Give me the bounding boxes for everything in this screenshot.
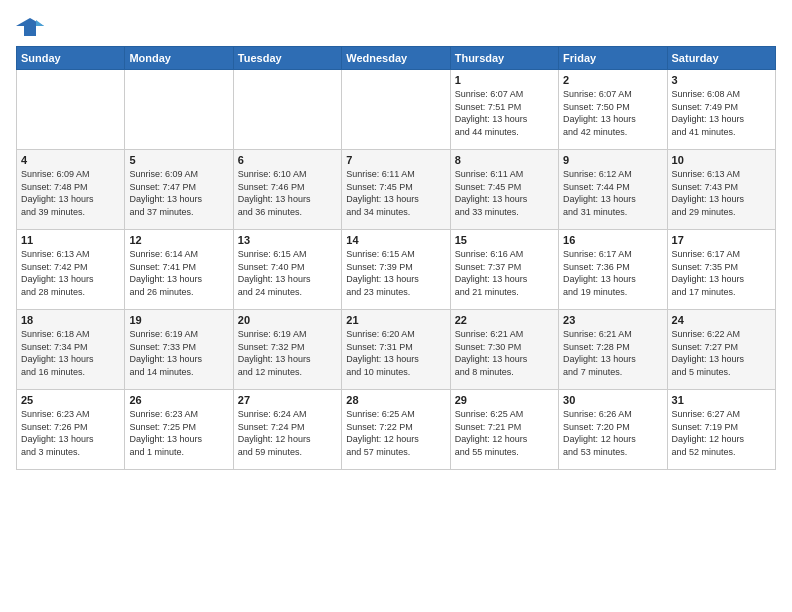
calendar-cell: 1Sunrise: 6:07 AM Sunset: 7:51 PM Daylig… bbox=[450, 70, 558, 150]
day-info: Sunrise: 6:12 AM Sunset: 7:44 PM Dayligh… bbox=[563, 168, 662, 218]
day-number: 31 bbox=[672, 394, 771, 406]
calendar-cell: 4Sunrise: 6:09 AM Sunset: 7:48 PM Daylig… bbox=[17, 150, 125, 230]
day-number: 2 bbox=[563, 74, 662, 86]
day-info: Sunrise: 6:07 AM Sunset: 7:50 PM Dayligh… bbox=[563, 88, 662, 138]
day-number: 24 bbox=[672, 314, 771, 326]
day-info: Sunrise: 6:16 AM Sunset: 7:37 PM Dayligh… bbox=[455, 248, 554, 298]
day-number: 17 bbox=[672, 234, 771, 246]
day-info: Sunrise: 6:21 AM Sunset: 7:28 PM Dayligh… bbox=[563, 328, 662, 378]
day-number: 13 bbox=[238, 234, 337, 246]
day-info: Sunrise: 6:23 AM Sunset: 7:25 PM Dayligh… bbox=[129, 408, 228, 458]
calendar-cell: 14Sunrise: 6:15 AM Sunset: 7:39 PM Dayli… bbox=[342, 230, 450, 310]
day-number: 6 bbox=[238, 154, 337, 166]
day-number: 26 bbox=[129, 394, 228, 406]
day-number: 9 bbox=[563, 154, 662, 166]
day-info: Sunrise: 6:21 AM Sunset: 7:30 PM Dayligh… bbox=[455, 328, 554, 378]
day-number: 8 bbox=[455, 154, 554, 166]
day-number: 1 bbox=[455, 74, 554, 86]
day-info: Sunrise: 6:20 AM Sunset: 7:31 PM Dayligh… bbox=[346, 328, 445, 378]
day-info: Sunrise: 6:17 AM Sunset: 7:35 PM Dayligh… bbox=[672, 248, 771, 298]
page-header bbox=[16, 16, 776, 38]
day-header-thursday: Thursday bbox=[450, 47, 558, 70]
day-info: Sunrise: 6:13 AM Sunset: 7:43 PM Dayligh… bbox=[672, 168, 771, 218]
day-info: Sunrise: 6:10 AM Sunset: 7:46 PM Dayligh… bbox=[238, 168, 337, 218]
day-header-friday: Friday bbox=[559, 47, 667, 70]
calendar-cell: 11Sunrise: 6:13 AM Sunset: 7:42 PM Dayli… bbox=[17, 230, 125, 310]
calendar-week-5: 25Sunrise: 6:23 AM Sunset: 7:26 PM Dayli… bbox=[17, 390, 776, 470]
day-info: Sunrise: 6:27 AM Sunset: 7:19 PM Dayligh… bbox=[672, 408, 771, 458]
calendar-table: SundayMondayTuesdayWednesdayThursdayFrid… bbox=[16, 46, 776, 470]
day-info: Sunrise: 6:25 AM Sunset: 7:21 PM Dayligh… bbox=[455, 408, 554, 458]
day-info: Sunrise: 6:11 AM Sunset: 7:45 PM Dayligh… bbox=[346, 168, 445, 218]
day-info: Sunrise: 6:13 AM Sunset: 7:42 PM Dayligh… bbox=[21, 248, 120, 298]
calendar-cell: 22Sunrise: 6:21 AM Sunset: 7:30 PM Dayli… bbox=[450, 310, 558, 390]
calendar-cell: 2Sunrise: 6:07 AM Sunset: 7:50 PM Daylig… bbox=[559, 70, 667, 150]
calendar-week-3: 11Sunrise: 6:13 AM Sunset: 7:42 PM Dayli… bbox=[17, 230, 776, 310]
calendar-cell: 31Sunrise: 6:27 AM Sunset: 7:19 PM Dayli… bbox=[667, 390, 775, 470]
calendar-cell: 27Sunrise: 6:24 AM Sunset: 7:24 PM Dayli… bbox=[233, 390, 341, 470]
calendar-cell: 19Sunrise: 6:19 AM Sunset: 7:33 PM Dayli… bbox=[125, 310, 233, 390]
day-number: 16 bbox=[563, 234, 662, 246]
logo-icon bbox=[16, 16, 44, 38]
calendar-cell bbox=[342, 70, 450, 150]
day-number: 20 bbox=[238, 314, 337, 326]
day-info: Sunrise: 6:19 AM Sunset: 7:33 PM Dayligh… bbox=[129, 328, 228, 378]
calendar-cell: 29Sunrise: 6:25 AM Sunset: 7:21 PM Dayli… bbox=[450, 390, 558, 470]
calendar-cell: 24Sunrise: 6:22 AM Sunset: 7:27 PM Dayli… bbox=[667, 310, 775, 390]
day-info: Sunrise: 6:23 AM Sunset: 7:26 PM Dayligh… bbox=[21, 408, 120, 458]
calendar-cell: 12Sunrise: 6:14 AM Sunset: 7:41 PM Dayli… bbox=[125, 230, 233, 310]
calendar-cell: 8Sunrise: 6:11 AM Sunset: 7:45 PM Daylig… bbox=[450, 150, 558, 230]
day-number: 23 bbox=[563, 314, 662, 326]
day-number: 14 bbox=[346, 234, 445, 246]
calendar-week-2: 4Sunrise: 6:09 AM Sunset: 7:48 PM Daylig… bbox=[17, 150, 776, 230]
day-header-tuesday: Tuesday bbox=[233, 47, 341, 70]
calendar-cell: 18Sunrise: 6:18 AM Sunset: 7:34 PM Dayli… bbox=[17, 310, 125, 390]
day-info: Sunrise: 6:19 AM Sunset: 7:32 PM Dayligh… bbox=[238, 328, 337, 378]
day-number: 27 bbox=[238, 394, 337, 406]
day-info: Sunrise: 6:09 AM Sunset: 7:47 PM Dayligh… bbox=[129, 168, 228, 218]
calendar-cell: 7Sunrise: 6:11 AM Sunset: 7:45 PM Daylig… bbox=[342, 150, 450, 230]
day-header-monday: Monday bbox=[125, 47, 233, 70]
calendar-cell: 15Sunrise: 6:16 AM Sunset: 7:37 PM Dayli… bbox=[450, 230, 558, 310]
svg-marker-0 bbox=[16, 18, 44, 36]
day-number: 5 bbox=[129, 154, 228, 166]
calendar-cell: 9Sunrise: 6:12 AM Sunset: 7:44 PM Daylig… bbox=[559, 150, 667, 230]
day-number: 10 bbox=[672, 154, 771, 166]
calendar-cell: 20Sunrise: 6:19 AM Sunset: 7:32 PM Dayli… bbox=[233, 310, 341, 390]
day-number: 7 bbox=[346, 154, 445, 166]
calendar-cell: 26Sunrise: 6:23 AM Sunset: 7:25 PM Dayli… bbox=[125, 390, 233, 470]
calendar-cell: 17Sunrise: 6:17 AM Sunset: 7:35 PM Dayli… bbox=[667, 230, 775, 310]
calendar-cell bbox=[233, 70, 341, 150]
logo bbox=[16, 16, 48, 38]
calendar-cell: 30Sunrise: 6:26 AM Sunset: 7:20 PM Dayli… bbox=[559, 390, 667, 470]
day-number: 18 bbox=[21, 314, 120, 326]
calendar-cell: 28Sunrise: 6:25 AM Sunset: 7:22 PM Dayli… bbox=[342, 390, 450, 470]
calendar-cell: 16Sunrise: 6:17 AM Sunset: 7:36 PM Dayli… bbox=[559, 230, 667, 310]
calendar-cell: 23Sunrise: 6:21 AM Sunset: 7:28 PM Dayli… bbox=[559, 310, 667, 390]
day-header-wednesday: Wednesday bbox=[342, 47, 450, 70]
day-header-sunday: Sunday bbox=[17, 47, 125, 70]
day-number: 3 bbox=[672, 74, 771, 86]
calendar-cell bbox=[17, 70, 125, 150]
day-info: Sunrise: 6:08 AM Sunset: 7:49 PM Dayligh… bbox=[672, 88, 771, 138]
calendar-cell: 13Sunrise: 6:15 AM Sunset: 7:40 PM Dayli… bbox=[233, 230, 341, 310]
calendar-cell bbox=[125, 70, 233, 150]
calendar-cell: 21Sunrise: 6:20 AM Sunset: 7:31 PM Dayli… bbox=[342, 310, 450, 390]
calendar-cell: 25Sunrise: 6:23 AM Sunset: 7:26 PM Dayli… bbox=[17, 390, 125, 470]
day-info: Sunrise: 6:17 AM Sunset: 7:36 PM Dayligh… bbox=[563, 248, 662, 298]
calendar-week-4: 18Sunrise: 6:18 AM Sunset: 7:34 PM Dayli… bbox=[17, 310, 776, 390]
day-info: Sunrise: 6:22 AM Sunset: 7:27 PM Dayligh… bbox=[672, 328, 771, 378]
day-number: 4 bbox=[21, 154, 120, 166]
day-number: 30 bbox=[563, 394, 662, 406]
day-info: Sunrise: 6:15 AM Sunset: 7:39 PM Dayligh… bbox=[346, 248, 445, 298]
calendar-cell: 6Sunrise: 6:10 AM Sunset: 7:46 PM Daylig… bbox=[233, 150, 341, 230]
calendar-cell: 10Sunrise: 6:13 AM Sunset: 7:43 PM Dayli… bbox=[667, 150, 775, 230]
day-number: 15 bbox=[455, 234, 554, 246]
day-info: Sunrise: 6:14 AM Sunset: 7:41 PM Dayligh… bbox=[129, 248, 228, 298]
day-info: Sunrise: 6:15 AM Sunset: 7:40 PM Dayligh… bbox=[238, 248, 337, 298]
calendar-header-row: SundayMondayTuesdayWednesdayThursdayFrid… bbox=[17, 47, 776, 70]
day-info: Sunrise: 6:11 AM Sunset: 7:45 PM Dayligh… bbox=[455, 168, 554, 218]
day-header-saturday: Saturday bbox=[667, 47, 775, 70]
day-number: 11 bbox=[21, 234, 120, 246]
day-number: 29 bbox=[455, 394, 554, 406]
